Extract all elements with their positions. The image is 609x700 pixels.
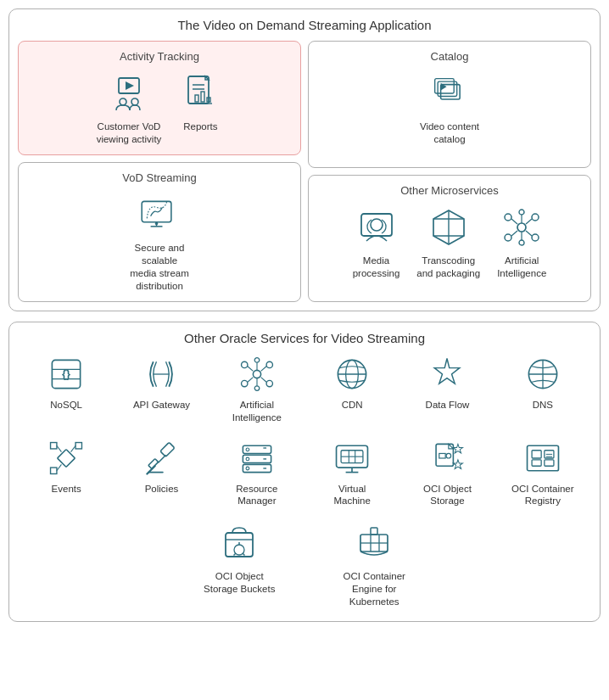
resource-manager-label: ResourceManager [236,483,277,508]
oci-container-registry-item: OCI ContainerRegistry [499,438,587,508]
transcoding-item: Transcodingand packaging [416,205,480,280]
transcoding-label: Transcodingand packaging [416,255,480,280]
oci-k8s-icon [352,521,396,565]
reports-item: Reports [178,71,222,146]
video-catalog-icon [427,71,472,115]
svg-rect-71 [160,442,175,456]
vod-streaming-box: VoD Streaming [18,162,301,302]
svg-line-33 [526,219,532,224]
oci-k8s-item: OCI ContainerEngine forKubernetes [343,521,405,608]
svg-rect-76 [243,455,271,462]
svg-line-53 [260,377,265,382]
svg-point-43 [253,370,260,378]
media-processing-item: Mediaprocessing [353,205,400,280]
video-catalog-label: Video contentcatalog [420,120,479,146]
oci-object-storage-label: OCI ObjectStorage [423,483,472,508]
svg-rect-77 [243,464,271,472]
activity-tracking-title: Activity Tracking [27,50,292,63]
reports-label: Reports [183,120,217,133]
dns-item: DNS [499,354,587,424]
svg-point-31 [519,240,524,245]
events-icon [46,438,87,479]
vod-stream-icon [137,193,182,237]
policies-label: Policies [145,483,179,496]
ai-oracle-item: ArtificialIntelligence [213,354,301,424]
media-processing-icon [355,205,399,249]
api-gateway-item: API Gateway [117,354,205,424]
nosql-icon: {} [46,354,87,395]
oci-object-storage-item: OCI ObjectStorage [403,438,491,508]
video-catalog-item: Video contentcatalog [420,71,479,146]
svg-point-30 [519,210,524,215]
svg-point-25 [517,223,526,232]
svg-line-67 [57,445,62,451]
virtual-machine-label: VirtualMachine [333,483,370,508]
svg-point-28 [505,234,511,241]
svg-line-73 [159,455,166,462]
customer-vod-label: Customer VoDviewing activity [97,120,162,146]
svg-rect-7 [195,95,198,102]
vod-streaming-title: VoD Streaming [27,171,292,184]
virtual-machine-item: VirtualMachine [308,438,396,508]
svg-rect-75 [243,445,271,453]
top-section: Activity Tracking [18,41,591,302]
api-gateway-label: API Gateway [133,399,190,412]
svg-point-47 [266,380,272,386]
customer-vod-item: Customer VoDviewing activity [97,71,162,146]
svg-point-20 [371,219,383,231]
svg-marker-94 [454,444,463,453]
media-processing-label: Mediaprocessing [353,255,400,280]
oracle-row1: {} NoSQL API Gateway [22,354,587,424]
nosql-item: {} NoSQL [22,354,110,424]
ai-micro-icon [500,205,544,249]
api-gateway-icon [141,354,182,395]
events-label: Events [52,483,81,496]
resource-manager-icon [237,438,277,479]
svg-point-29 [532,234,539,241]
svg-line-32 [511,219,517,224]
virtual-machine-icon [332,438,372,479]
other-microservices-box: Other Microservices Mediaprocessing [308,175,591,302]
data-flow-icon [427,354,467,395]
data-flow-label: Data Flow [426,399,470,412]
svg-line-34 [511,231,517,236]
svg-rect-99 [532,459,541,465]
ai2-icon [237,354,277,395]
vod-streaming-icons: Secure and scalablemedia stream distribu… [27,193,292,293]
svg-point-2 [120,98,126,105]
svg-line-69 [57,464,62,470]
catalog-icons: Video contentcatalog [317,71,582,146]
vod-stream-label: Secure and scalablemedia stream distribu… [121,242,198,293]
svg-line-50 [248,366,253,371]
ai-oracle-label: ArtificialIntelligence [232,399,282,424]
cdn-icon [332,354,372,395]
dns-icon [522,354,563,395]
svg-line-51 [260,366,265,371]
svg-line-35 [526,231,532,236]
svg-point-14 [155,222,158,225]
svg-point-81 [246,448,249,451]
svg-line-52 [248,377,253,382]
svg-point-27 [532,214,539,221]
oracle-row3: OCI ObjectStorage Buckets OCI ContainerE… [22,521,587,608]
svg-line-68 [71,445,76,451]
svg-rect-19 [361,214,392,236]
svg-line-107 [234,553,237,556]
nosql-label: NoSQL [50,399,82,412]
svg-rect-92 [439,453,445,458]
cdn-label: CDN [342,399,363,412]
main-title: The Video on Demand Streaming Applicatio… [18,18,591,32]
vod-stream-item: Secure and scalablemedia stream distribu… [121,193,198,293]
svg-point-49 [254,385,260,390]
svg-rect-97 [532,450,541,457]
svg-marker-1 [126,81,134,90]
svg-rect-65 [75,442,81,448]
cdn-item: CDN [308,354,396,424]
dns-label: DNS [533,399,553,412]
resource-manager-item: ResourceManager [213,438,301,508]
left-column: Activity Tracking [18,41,301,302]
oracle-row2: Events Policies [22,438,587,508]
catalog-title: Catalog [317,50,582,63]
svg-marker-95 [454,459,463,468]
policies-item: Policies [117,438,205,508]
